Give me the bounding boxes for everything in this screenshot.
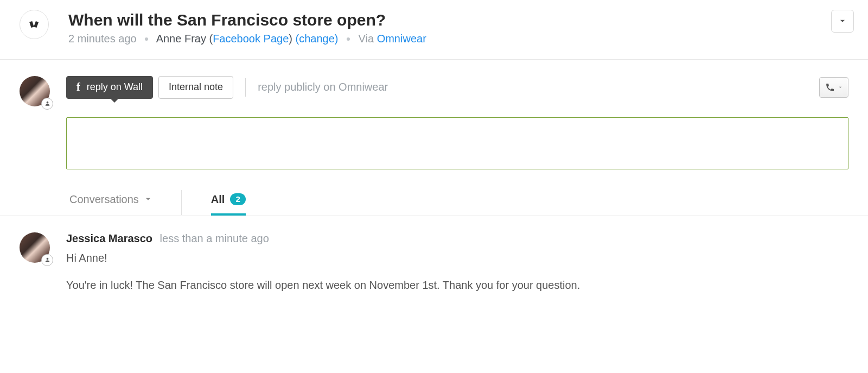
tabs-separator [181,190,182,215]
message-body: Hi Anne! You're in luck! The San Francis… [66,249,848,294]
conversations-dropdown[interactable]: Conversations [69,193,152,216]
person-icon [44,257,50,263]
channel-link[interactable]: Facebook Page [213,33,289,45]
svg-rect-0 [29,21,34,28]
reply-toolbar: f reply on Wall Internal note reply publ… [66,76,848,99]
avatar-badge [41,98,53,110]
reply-input[interactable] [66,117,848,169]
via-label: Via [359,33,374,45]
tab-all-count: 2 [230,193,245,205]
person-icon [44,100,50,106]
conversations-label: Conversations [69,193,139,206]
svg-rect-1 [34,21,39,28]
chevron-down-icon [144,195,152,203]
chevron-down-icon [838,85,843,90]
reply-on-wall-button[interactable]: f reply on Wall [66,76,153,99]
avatar-badge [41,254,53,266]
phone-icon [825,83,835,92]
message-line: You're in luck! The San Francisco store … [66,276,848,294]
message-time: less than a minute ago [160,232,269,244]
message-line: Hi Anne! [66,249,848,267]
separator-dot [145,37,148,41]
reply-on-wall-label: reply on Wall [87,81,143,93]
channel-icon [20,10,49,39]
ticket-author: Anne Fray [156,33,206,45]
chevron-down-icon [839,17,846,25]
internal-note-label: Internal note [169,81,223,93]
svg-point-3 [46,258,48,260]
message-author: Jessica Marasco [66,232,152,244]
ticket-title: When will the San Francisco store open? [68,10,848,30]
separator-dot [347,37,350,41]
change-channel-link[interactable]: (change) [295,33,338,45]
ticket-header: When will the San Francisco store open? … [0,0,868,60]
svg-point-2 [46,102,48,104]
call-button[interactable] [819,77,848,98]
tab-all[interactable]: All 2 [211,193,246,216]
conversation-tabs: Conversations All 2 [0,172,868,216]
toolbar-separator [245,78,246,97]
tab-all-label: All [211,193,225,206]
message-item: Jessica Marasco less than a minute ago H… [0,216,868,314]
internal-note-button[interactable]: Internal note [158,76,233,99]
facebook-icon: f [76,81,80,93]
ticket-meta: 2 minutes ago Anne Fray (Facebook Page) … [68,33,848,45]
ticket-options-dropdown[interactable] [831,10,854,33]
reply-publicly-option[interactable]: reply publicly on Omniwear [258,81,388,93]
agent-avatar [20,76,50,106]
message-header: Jessica Marasco less than a minute ago [66,232,848,245]
agent-avatar [20,232,50,263]
ticket-time: 2 minutes ago [68,33,137,45]
via-link[interactable]: Omniwear [377,33,426,45]
compose-section: f reply on Wall Internal note reply publ… [0,60,868,172]
